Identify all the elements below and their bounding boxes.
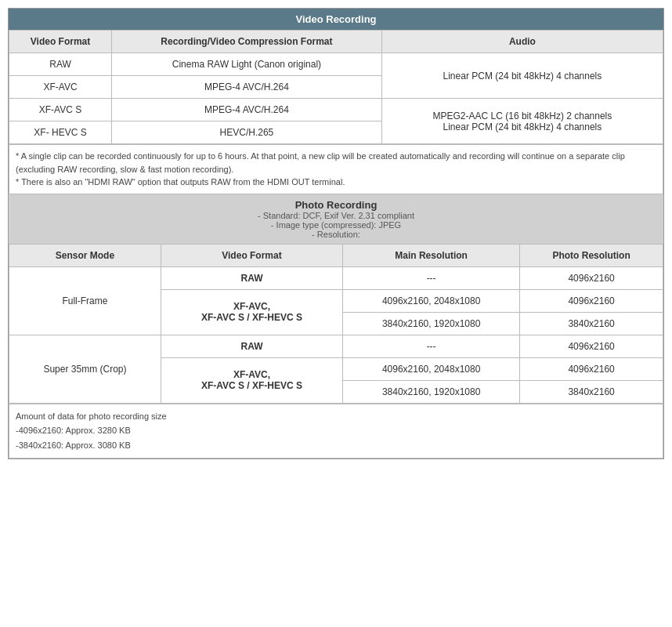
- compression-raw: Cinema RAW Light (Canon original): [112, 53, 382, 76]
- footnote-line-2: -3840x2160: Approx. 3080 KB: [16, 438, 656, 453]
- sensor-fullframe: Full-Frame: [9, 266, 161, 335]
- table-row: Full-Frame RAW --- 4096x2160: [9, 266, 663, 289]
- s35-main-res-raw: ---: [343, 335, 520, 357]
- photo-col-photo-res: Photo Resolution: [520, 244, 663, 266]
- s35-photo-res-1: 4096x2160: [520, 357, 663, 380]
- photo-col-main-res: Main Resolution: [343, 244, 520, 266]
- photo-footnote: Amount of data for photo recording size …: [9, 404, 663, 458]
- table-row: XF-AVC S MPEG-4 AVC/H.264 MPEG2-AAC LC (…: [9, 99, 663, 121]
- photo-col-video-format: Video Format: [161, 244, 342, 266]
- s35-format-xfavc: XF-AVC, XF-AVC S / XF-HEVC S: [161, 357, 342, 403]
- ff-main-res-raw: ---: [343, 266, 520, 289]
- audio-xfavcs: MPEG2-AAC LC (16 bit 48kHz) 2 channels L…: [381, 99, 663, 144]
- compression-xfhevcs: HEVC/H.265: [112, 121, 382, 144]
- table-row: RAW Cinema RAW Light (Canon original) Li…: [9, 53, 663, 76]
- video-recording-notes: * A single clip can be recorded continuo…: [9, 144, 663, 194]
- photo-sub-line-0: - Standard: DCF, Exif Ver. 2.31 complian…: [15, 211, 657, 220]
- video-recording-table: Video Format Recording/Video Compression…: [9, 30, 663, 144]
- format-xfavcs: XF-AVC S: [9, 99, 112, 121]
- sensor-super35: Super 35mm (Crop): [9, 335, 161, 403]
- ff-main-res-2: 3840x2160, 1920x1080: [343, 312, 520, 335]
- compression-xfavcs: MPEG-4 AVC/H.264: [112, 99, 382, 121]
- ff-photo-res-raw: 4096x2160: [520, 266, 663, 289]
- format-xfavc: XF-AVC: [9, 76, 112, 99]
- s35-photo-res-raw: 4096x2160: [520, 335, 663, 357]
- video-recording-header: Video Recording: [9, 9, 663, 30]
- photo-recording-title: Photo Recording: [15, 199, 657, 211]
- format-xfhevcs: XF- HEVC S: [9, 121, 112, 144]
- compression-xfavc: MPEG-4 AVC/H.264: [112, 76, 382, 99]
- col-audio: Audio: [381, 31, 663, 53]
- table-row: Super 35mm (Crop) RAW --- 4096x2160: [9, 335, 663, 357]
- note-2: * There is also an "HDMI RAW" option tha…: [16, 176, 656, 189]
- audio-raw: Linear PCM (24 bit 48kHz) 4 channels: [381, 53, 663, 99]
- video-recording-title: Video Recording: [295, 13, 376, 25]
- ff-format-xfavc: XF-AVC, XF-AVC S / XF-HEVC S: [161, 289, 342, 335]
- col-compression: Recording/Video Compression Format: [112, 31, 382, 53]
- s35-main-res-2: 3840x2160, 1920x1080: [343, 380, 520, 403]
- photo-sub-line-2: - Resolution:: [15, 230, 657, 239]
- photo-recording-table: Sensor Mode Video Format Main Resolution…: [9, 244, 663, 404]
- ff-photo-res-2: 3840x2160: [520, 312, 663, 335]
- s35-main-res-1: 4096x2160, 2048x1080: [343, 357, 520, 380]
- format-raw: RAW: [9, 53, 112, 76]
- ff-main-res-1: 4096x2160, 2048x1080: [343, 289, 520, 312]
- footnote-line-1: -4096x2160: Approx. 3280 KB: [16, 423, 656, 438]
- ff-photo-res-1: 4096x2160: [520, 289, 663, 312]
- ff-format-raw: RAW: [161, 266, 342, 289]
- s35-photo-res-2: 3840x2160: [520, 380, 663, 403]
- photo-recording-header: Photo Recording - Standard: DCF, Exif Ve…: [9, 194, 663, 244]
- col-video-format: Video Format: [9, 31, 112, 53]
- photo-col-sensor: Sensor Mode: [9, 244, 161, 266]
- s35-format-raw: RAW: [161, 335, 342, 357]
- note-1: * A single clip can be recorded continuo…: [16, 150, 656, 176]
- photo-sub-line-1: - Image type (compressed): JPEG: [15, 220, 657, 230]
- footnote-line-0: Amount of data for photo recording size: [16, 409, 656, 424]
